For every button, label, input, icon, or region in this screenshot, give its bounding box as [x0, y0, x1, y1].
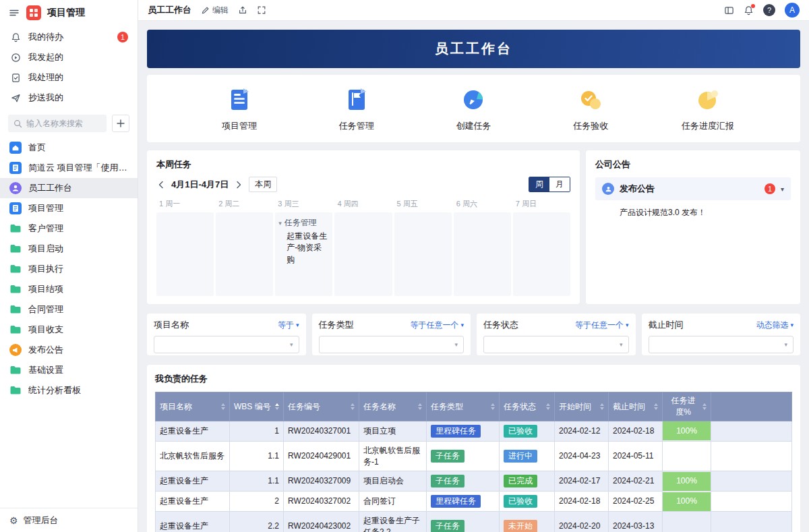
task-status-badge: 进行中: [504, 450, 537, 463]
filter-value-select[interactable]: ▾: [319, 336, 465, 353]
column-header-progress[interactable]: 任务进度%: [663, 392, 711, 421]
sidebar-item-project-finance[interactable]: 项目收支: [0, 320, 138, 340]
toggle-week-button[interactable]: 周: [529, 177, 549, 191]
filter-deadline: 截止时间 动态筛选▾ ▾: [642, 314, 801, 355]
quick-actions-card: 项目管理 任务管理: [147, 75, 800, 142]
quick-action-project-management[interactable]: 项目管理: [196, 86, 283, 132]
search-icon: [13, 119, 22, 128]
filter-operator-button[interactable]: 等于▾: [278, 320, 299, 331]
sort-icon: [418, 403, 422, 410]
next-week-button[interactable]: [234, 180, 243, 189]
sidebar-item-initiated-by-me[interactable]: 我发起的: [0, 47, 138, 67]
quick-action-label: 创建任务: [456, 120, 491, 132]
sidebar-item-home[interactable]: 首页: [0, 138, 138, 158]
sidebar-item-processed-by-me[interactable]: 我处理的: [0, 67, 138, 88]
sidebar-item-label: 首页: [28, 142, 46, 154]
check-doc-icon: [9, 71, 22, 84]
folder-icon: [9, 283, 22, 295]
day-column-thu: [334, 212, 392, 296]
table-row[interactable]: 起重设备生产 2.2 RW20240423002 起重设备生产子任务2.2 子任…: [156, 511, 792, 532]
task-type-badge: 子任务: [431, 520, 465, 532]
fullscreen-button[interactable]: [257, 5, 266, 15]
sidebar-item-project-initiation[interactable]: 项目启动: [0, 239, 138, 259]
add-button[interactable]: [112, 115, 129, 132]
sidebar-item-analytics-dashboard[interactable]: 统计分析看板: [0, 380, 138, 401]
table-row[interactable]: 北京帆软售后服务 1.1 RW20240429001 北京帆软售后服务-1 子任…: [156, 441, 792, 471]
help-button[interactable]: ?: [763, 4, 775, 16]
filter-operator-button[interactable]: 等于任意一个▾: [410, 320, 464, 331]
sidebar-item-basic-settings[interactable]: 基础设置: [0, 360, 138, 380]
column-header-wbs[interactable]: WBS 编号: [230, 392, 284, 421]
workbench-icon: [9, 182, 22, 194]
avatar[interactable]: A: [785, 3, 800, 18]
search-input[interactable]: [26, 119, 101, 128]
filter-label: 任务类型: [319, 319, 354, 331]
sidebar-item-label: 我发起的: [28, 51, 63, 63]
app-logo: [26, 5, 41, 20]
filter-value-select[interactable]: ▾: [154, 336, 299, 353]
notifications-button[interactable]: [744, 5, 754, 16]
filter-label: 截止时间: [649, 319, 684, 331]
doc-icon: [9, 162, 22, 174]
filter-project-name: 项目名称 等于▾ ▾: [147, 314, 306, 355]
share-button[interactable]: [238, 5, 247, 15]
task-group-toggle[interactable]: ▾ 任务管理: [275, 212, 332, 231]
announcement-content[interactable]: 产品设计规范3.0 发布！: [595, 200, 791, 218]
hamburger-menu-icon[interactable]: [8, 7, 20, 19]
sidebar-item-contract-management[interactable]: 合同管理: [0, 299, 138, 320]
filter-value-select[interactable]: ▾: [483, 336, 629, 353]
sidebar-item-customer-management[interactable]: 客户管理: [0, 218, 138, 239]
announcement-count-badge: 1: [765, 183, 775, 194]
announcement-item[interactable]: 发布公告 1 ▾: [595, 177, 791, 200]
week-task-item[interactable]: 起重设备生产-物资采购: [275, 231, 332, 266]
table-row[interactable]: 起重设备生产 1.1 RW20240327009 项目启动会 子任务 已完成 2…: [156, 471, 792, 492]
prev-week-button[interactable]: [156, 180, 166, 189]
sidebar-item-employee-workbench[interactable]: 员工工作台: [0, 178, 138, 198]
this-week-button[interactable]: 本周: [249, 177, 277, 192]
folder-icon: [9, 243, 22, 255]
filter-operator-button[interactable]: 等于任意一个▾: [575, 320, 629, 331]
day-column-tue: [216, 212, 273, 296]
quick-action-progress-report[interactable]: 任务进度汇报: [664, 86, 752, 132]
sidebar-item-project-closure[interactable]: 项目结项: [0, 279, 138, 299]
quick-action-task-acceptance[interactable]: 任务验收: [547, 86, 634, 132]
filter-value-select[interactable]: ▾: [649, 336, 794, 353]
column-header-start-date[interactable]: 开始时间: [555, 392, 609, 421]
column-header-task-no[interactable]: 任务编号: [284, 392, 359, 421]
sidebar-item-cc-to-me[interactable]: 抄送我的: [0, 88, 138, 108]
task-flag-icon: [342, 86, 371, 114]
megaphone-icon: [9, 344, 22, 356]
toggle-month-button[interactable]: 月: [549, 177, 570, 191]
filter-operator-button[interactable]: 动态筛选▾: [756, 320, 793, 331]
quick-action-task-management[interactable]: 任务管理: [313, 86, 400, 132]
sidebar-item-label: 简道云 项目管理「使用说明」: [28, 162, 128, 174]
task-type-badge: 子任务: [431, 475, 465, 487]
banner: 员工工作台: [147, 30, 800, 68]
folder-icon: [9, 364, 22, 376]
column-header-project[interactable]: 项目名称: [156, 392, 230, 421]
person-icon: [602, 183, 614, 195]
sidebar-item-label: 客户管理: [28, 223, 63, 235]
my-tasks-card: 我负责的任务 项目名称 WBS 编号 任务编号 任务名称 任务类型 任务状态: [147, 365, 800, 532]
project-doc-icon: [225, 86, 253, 114]
sidebar-item-project-management[interactable]: 项目管理: [0, 198, 138, 218]
table-row[interactable]: 起重设备生产 2 RW20240327002 合同签订 里程碑任务 已验收 20…: [156, 492, 792, 512]
column-header-task-name[interactable]: 任务名称: [359, 392, 427, 421]
search-box[interactable]: [8, 115, 107, 132]
quick-action-label: 项目管理: [222, 120, 257, 132]
edit-button[interactable]: 编辑: [201, 5, 229, 16]
column-header-task-status[interactable]: 任务状态: [500, 392, 555, 421]
sidebar-item-usage-guide[interactable]: 简道云 项目管理「使用说明」: [0, 158, 138, 178]
sidebar-item-my-todos[interactable]: 我的待办 1: [0, 27, 138, 47]
table-row[interactable]: 起重设备生产 1 RW20240327001 项目立项 里程碑任务 已验收 20…: [156, 421, 792, 442]
column-header-end-date[interactable]: 截止时间: [609, 392, 663, 421]
admin-console-button[interactable]: ⚙ 管理后台: [0, 508, 138, 532]
sidebar-item-publish-announcement[interactable]: 发布公告: [0, 340, 138, 360]
week-tasks-card: 本周任务 4月1日-4月7日 本周 周 月: [147, 150, 580, 304]
panel-toggle-button[interactable]: [724, 5, 734, 16]
sidebar-item-label: 员工工作台: [28, 182, 72, 194]
sidebar-item-project-execution[interactable]: 项目执行: [0, 259, 138, 279]
chevron-down-icon[interactable]: ▾: [781, 185, 784, 193]
quick-action-create-task[interactable]: 创建任务: [429, 86, 517, 132]
column-header-task-type[interactable]: 任务类型: [427, 392, 500, 421]
